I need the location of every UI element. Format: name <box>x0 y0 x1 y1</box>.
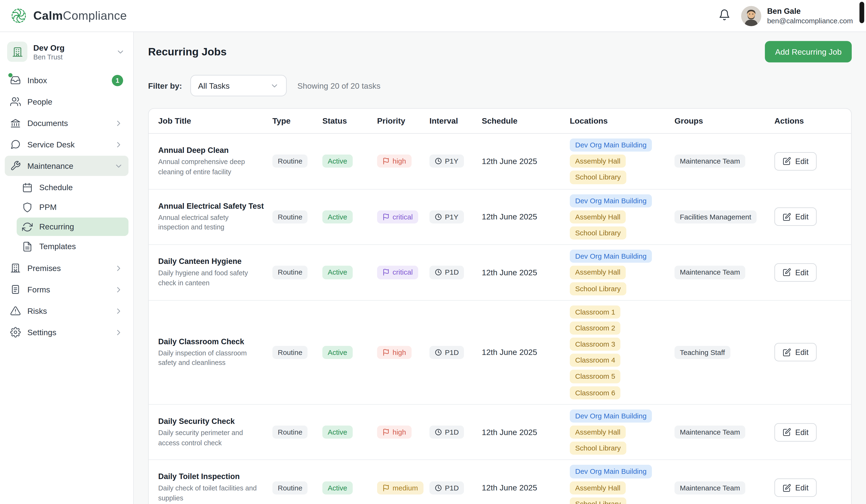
clock-icon <box>435 349 442 356</box>
chevron-right-icon <box>114 328 123 337</box>
interval-badge: P1D <box>430 266 464 279</box>
recurring-jobs-table: Job Title Type Status Priority Interval … <box>148 108 852 504</box>
sidebar-nav: Inbox 1 People Documents Service Desk Ma… <box>5 70 129 342</box>
location-badge: Dev Org Main Building <box>570 409 652 422</box>
location-badge: Classroom 5 <box>570 370 621 383</box>
job-description: Annual comprehensive deep cleaning of en… <box>158 157 258 176</box>
edit-pencil-icon <box>783 428 791 436</box>
sidebar-item-label: Forms <box>27 285 50 294</box>
sidebar-item-people[interactable]: People <box>5 92 129 112</box>
table-row: Daily Classroom Check Daily inspection o… <box>149 300 851 405</box>
priority-badge: critical <box>377 210 418 223</box>
chevron-right-icon <box>114 285 123 294</box>
flag-icon <box>382 349 390 356</box>
type-badge: Routine <box>273 425 308 439</box>
job-title: Annual Deep Clean <box>158 146 259 155</box>
location-badge: School Library <box>570 282 626 295</box>
brand-name: CalmCompliance <box>33 9 127 23</box>
edit-button[interactable]: Edit <box>774 423 817 442</box>
locations-list: Dev Org Main BuildingAssembly HallSchool… <box>565 194 670 239</box>
column-header: Actions <box>770 116 851 126</box>
interval-badge: P1D <box>430 481 464 494</box>
premises-icon <box>10 263 21 273</box>
priority-badge: medium <box>377 481 423 494</box>
type-badge: Routine <box>273 210 308 223</box>
sidebar-item-label: Risks <box>27 307 47 316</box>
job-description: Daily hygiene and food safety check in c… <box>158 268 258 288</box>
group-badge: Maintenance Team <box>675 154 745 168</box>
avatar[interactable] <box>741 6 761 26</box>
sidebar-item-forms[interactable]: Forms <box>5 279 129 299</box>
edit-button[interactable]: Edit <box>774 208 817 226</box>
sidebar-item-label: Settings <box>27 328 56 337</box>
org-owner: Ben Trust <box>33 53 65 60</box>
sidebar-item-label: Documents <box>27 119 68 128</box>
interval-badge: P1Y <box>430 210 464 223</box>
sidebar-item-label: Inbox <box>27 76 47 85</box>
priority-badge: critical <box>377 266 418 279</box>
sidebar-item-label: Recurring <box>39 222 74 231</box>
edit-button[interactable]: Edit <box>774 263 817 282</box>
gear-icon <box>10 327 21 337</box>
interval-badge: P1D <box>430 346 464 359</box>
column-header: Groups <box>670 116 770 126</box>
table-row: Annual Deep Clean Annual comprehensive d… <box>149 134 851 190</box>
location-badge: Dev Org Main Building <box>570 465 652 478</box>
app-root: CalmCompliance Ben Gale ben@calmcomplian… <box>0 0 866 504</box>
sidebar: Dev Org Ben Trust Inbox 1 People Documen… <box>0 32 134 504</box>
priority-badge: high <box>377 154 411 168</box>
sidebar-item-schedule[interactable]: Schedule <box>16 178 129 197</box>
chevron-right-icon <box>114 140 123 149</box>
schedule-date: 12th June 2025 <box>477 483 565 492</box>
sidebar-item-label: Maintenance <box>27 161 73 170</box>
location-badge: School Library <box>570 442 626 455</box>
org-selector[interactable]: Dev Org Ben Trust <box>5 38 129 70</box>
sidebar-item-templates[interactable]: Templates <box>16 237 129 256</box>
table-row: Daily Toilet Inspection Daily check of t… <box>149 460 851 504</box>
locations-list: Classroom 1Classroom 2Classroom 3Classro… <box>565 305 670 399</box>
type-badge: Routine <box>273 154 308 168</box>
schedule-date: 12th June 2025 <box>477 428 565 437</box>
filter-select[interactable]: All Tasks <box>190 75 287 96</box>
sidebar-item-documents[interactable]: Documents <box>5 113 129 133</box>
add-recurring-job-button[interactable]: Add Recurring Job <box>765 41 852 62</box>
edit-button[interactable]: Edit <box>774 343 817 362</box>
brand[interactable]: CalmCompliance <box>10 7 127 25</box>
notifications-button[interactable] <box>717 8 731 24</box>
column-header: Status <box>318 116 372 126</box>
sidebar-item-recurring[interactable]: Recurring <box>16 218 129 236</box>
column-header: Locations <box>565 116 670 126</box>
group-badge: Facilities Management <box>675 210 757 223</box>
bell-icon <box>718 9 730 21</box>
sidebar-item-service-desk[interactable]: Service Desk <box>5 134 129 154</box>
location-badge: School Library <box>570 171 626 184</box>
edit-button[interactable]: Edit <box>774 479 817 497</box>
status-badge: Active <box>322 210 353 223</box>
maintenance-submenu: Schedule PPM Recurring Templates <box>16 178 129 255</box>
sidebar-item-ppm[interactable]: PPM <box>16 198 129 217</box>
sidebar-item-settings[interactable]: Settings <box>5 322 129 342</box>
sidebar-item-maintenance[interactable]: Maintenance <box>5 156 129 176</box>
column-header: Interval <box>425 116 477 126</box>
org-name: Dev Org <box>33 43 65 52</box>
chevron-right-icon <box>114 307 123 316</box>
sidebar-item-premises[interactable]: Premises <box>5 258 129 278</box>
user-email: ben@calmcompliance.com <box>767 16 853 25</box>
forms-icon <box>10 284 21 295</box>
location-badge: Assembly Hall <box>570 481 626 494</box>
brand-logo-icon <box>10 7 28 25</box>
scrollbar-thumb[interactable] <box>859 2 864 23</box>
table-row: Annual Electrical Safety Test Annual ele… <box>149 189 851 245</box>
locations-list: Dev Org Main BuildingAssembly HallSchool… <box>565 139 670 184</box>
location-badge: Classroom 6 <box>570 386 621 399</box>
results-count: Showing 20 of 20 tasks <box>297 81 380 90</box>
status-badge: Active <box>322 266 353 279</box>
flag-icon <box>382 158 390 165</box>
filter-label: Filter by: <box>148 81 182 90</box>
filter-bar: Filter by: All Tasks Showing 20 of 20 ta… <box>148 75 852 96</box>
job-description: Daily check of toilet facilities and sup… <box>158 483 258 503</box>
sidebar-item-risks[interactable]: Risks <box>5 301 129 321</box>
sidebar-item-inbox[interactable]: Inbox 1 <box>5 70 129 90</box>
edit-button[interactable]: Edit <box>774 152 817 170</box>
shield-icon <box>22 202 33 213</box>
